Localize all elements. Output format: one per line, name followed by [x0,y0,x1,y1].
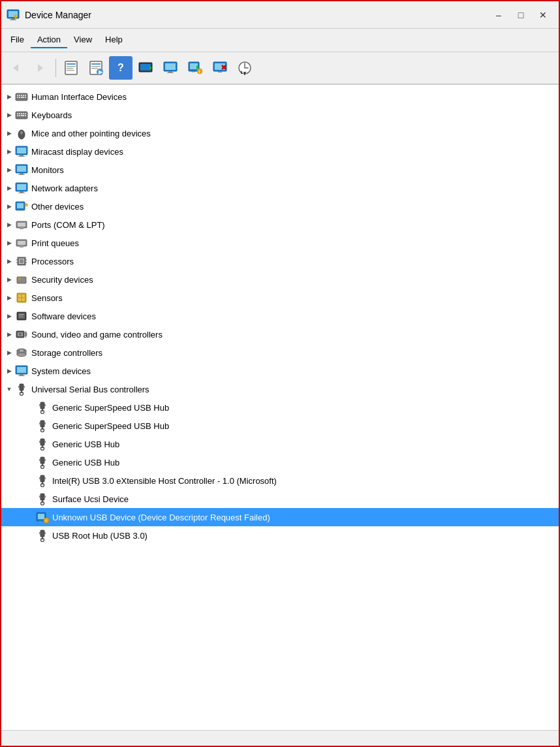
tree-item-monitors[interactable]: ▶ Monitors [1,161,559,179]
expand-btn-system[interactable]: ▶ [4,366,14,376]
tree-item-mice[interactable]: ▶ Mice and other pointing devices [1,124,559,142]
svg-rect-160 [44,532,46,534]
collapse-btn-usb[interactable]: ▼ [4,384,14,394]
label-mice: Mice and other pointing devices [31,129,151,138]
svg-point-61 [20,131,23,135]
back-button[interactable] [4,56,27,80]
expand-btn-sensors[interactable]: ▶ [4,293,14,303]
menu-view[interactable]: View [67,32,99,48]
svg-rect-56 [19,115,20,116]
forward-button[interactable] [29,56,52,80]
svg-rect-48 [25,97,26,98]
expand-btn-sound[interactable]: ▶ [4,329,14,340]
svg-rect-79 [18,223,25,227]
svg-rect-9 [67,63,76,65]
tree-item-usb-5[interactable]: Intel(R) USB 3.0 eXtensible Host Control… [1,471,559,490]
window-title: Device Manager [25,10,488,20]
label-keyboards: Keyboards [31,110,72,120]
expand-btn-keyboards[interactable]: ▶ [4,110,14,120]
expand-btn-miracast[interactable]: ▶ [4,146,14,157]
icon-storage [14,345,29,360]
svg-rect-140 [44,459,46,461]
tree-item-usb-2[interactable]: Generic SuperSpeed USB Hub [1,417,559,435]
tree-item-print[interactable]: ▶ Print queues [1,234,559,252]
svg-rect-53 [23,113,24,114]
menu-action[interactable]: Action [31,32,67,48]
label-usb-5: Intel(R) USB 3.0 eXtensible Host Control… [52,476,277,486]
expand-btn-mice[interactable]: ▶ [4,128,14,138]
label-usb-6: Surface Ucsi Device [52,494,129,504]
expand-btn-other[interactable]: ▶ [4,201,14,212]
enable-device-button[interactable] [134,56,157,80]
svg-rect-2 [11,18,15,20]
icon-sound [14,327,29,342]
maximize-button[interactable]: □ [510,7,531,24]
svg-rect-141 [40,475,44,482]
tree-item-miracast[interactable]: ▶ Miracast display devices [1,142,559,161]
tree-item-usb[interactable]: ▼ Universal Serial Bus controllers [1,380,559,398]
menu-help[interactable]: Help [99,32,129,48]
label-usb-2: Generic SuperSpeed USB Hub [52,421,169,431]
menu-file[interactable]: File [4,32,31,48]
svg-rect-12 [67,70,74,71]
svg-rect-116 [20,384,23,390]
label-monitors: Monitors [31,165,64,175]
svg-rect-80 [20,227,23,229]
tree-item-usb-3[interactable]: Generic USB Hub [1,435,559,453]
svg-rect-72 [20,191,23,193]
properties-button[interactable] [59,56,83,80]
add-driver-button[interactable]: ! [183,56,207,80]
label-usb-7: Unknown USB Device (Device Descriptor Re… [52,513,270,522]
tree-item-ports[interactable]: ▶ Ports (COM & LPT) [1,215,559,234]
svg-rect-55 [17,115,18,116]
tree-item-keyboards[interactable]: ▶ Keyboards [1,106,559,124]
expand-btn-storage[interactable]: ▶ [4,347,14,358]
svg-rect-68 [20,173,23,174]
tree-item-usb-4[interactable]: Generic USB Hub [1,453,559,471]
svg-rect-149 [39,496,40,498]
label-usb-8: USB Root Hub (USB 3.0) [52,531,148,541]
svg-rect-42 [21,95,22,96]
svg-rect-119 [18,386,20,388]
expand-btn-network[interactable]: ▶ [4,183,14,193]
expand-btn-human-interface[interactable]: ▶ [4,91,14,102]
update-driver-button[interactable]: ▶ [84,56,108,80]
tree-item-sound[interactable]: ▶ Sound, video and game controllers [1,325,559,343]
expand-btn-ports[interactable]: ▶ [4,219,14,230]
close-button[interactable]: ✕ [533,7,553,24]
tree-item-network[interactable]: ▶ Network adapters [1,179,559,197]
expand-btn-print[interactable]: ▶ [4,238,14,248]
icon-miracast [14,144,29,159]
svg-rect-47 [21,97,24,98]
tree-item-human-interface[interactable]: ▶ Human Interface Devices [1,87,559,106]
tree-item-system[interactable]: ▶ System devices [1,362,559,380]
tree-item-storage[interactable]: ▶ Storage controllers [1,343,559,362]
expand-btn-security[interactable]: ▶ [4,274,14,285]
expand-btn-software[interactable]: ▶ [4,311,14,321]
uninstall-button[interactable] [208,56,232,80]
scan-button[interactable] [233,56,257,80]
svg-rect-145 [44,477,46,479]
tree-item-usb-6[interactable]: Surface Ucsi Device [1,490,559,508]
minimize-button[interactable]: – [488,7,509,24]
icon-software [14,309,29,323]
tree-item-usb-7[interactable]: ! Unknown USB Device (Device Descriptor … [1,508,559,526]
svg-rect-25 [167,72,174,73]
tree-item-usb-1[interactable]: Generic SuperSpeed USB Hub [1,398,559,417]
help-button[interactable]: ? [109,56,132,80]
tree-item-processors[interactable]: ▶ Processors [1,252,559,270]
expand-btn-monitors[interactable]: ▶ [4,165,14,175]
svg-rect-73 [18,193,25,193]
tree-item-sensors[interactable]: ▶ Sensors [1,289,559,307]
tree-item-usb-8[interactable]: USB Root Hub (USB 3.0) [1,526,559,545]
tree-item-other[interactable]: ▶ ? Other devices [1,197,559,215]
expand-btn-processors[interactable]: ▶ [4,256,14,266]
display-button[interactable] [159,56,182,80]
icon-usb-5 [35,473,50,488]
tree-item-software[interactable]: ▶ Software devices [1,307,559,325]
tree-item-security[interactable]: ▶ Security devices [1,270,559,289]
window-controls: – □ ✕ [488,7,553,24]
svg-rect-159 [39,532,40,534]
device-tree[interactable]: ▶ Human Interface Devices▶ Keyboards▶ [1,85,559,730]
icon-usb-4 [35,455,50,469]
